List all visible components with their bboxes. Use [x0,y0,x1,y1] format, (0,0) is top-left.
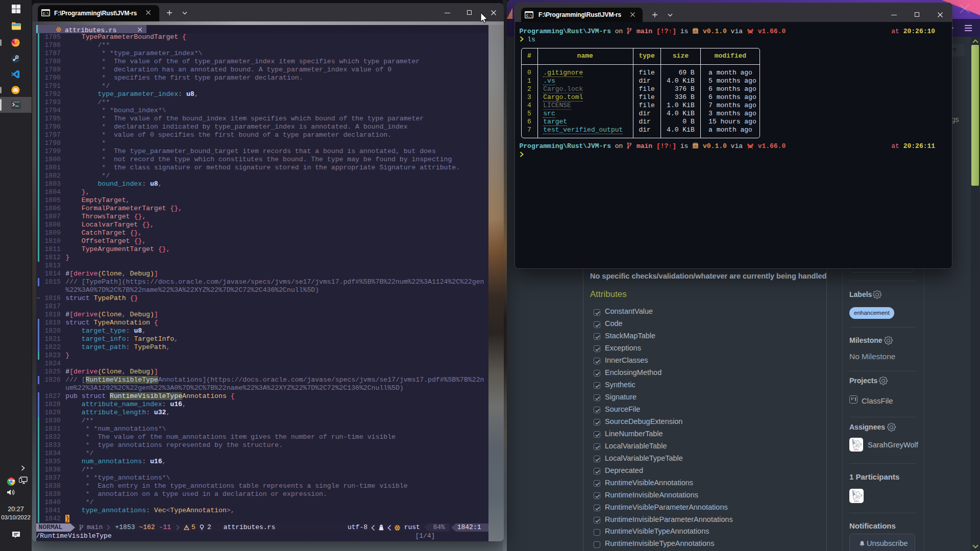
svg-text:GaRuH: GaRuH [854,449,859,451]
svg-text:C:\: C:\ [526,14,532,18]
svg-text:C:\: C:\ [43,12,49,16]
svg-text:GaRuH: GaRuH [854,500,859,503]
